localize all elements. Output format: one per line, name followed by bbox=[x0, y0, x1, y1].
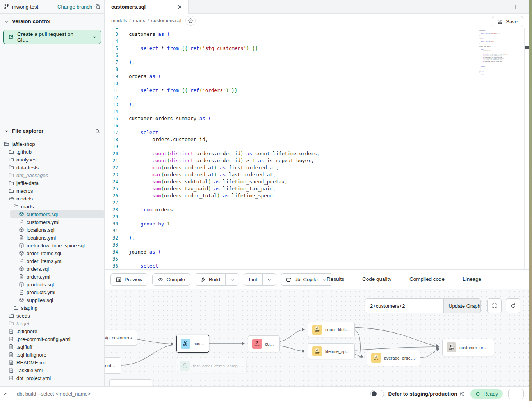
compass-icon[interactable] bbox=[185, 16, 196, 26]
refresh-button[interactable] bbox=[506, 298, 520, 313]
code-line-18[interactable]: 18 orders.customer_id, bbox=[105, 136, 524, 143]
tree-item-data-tests[interactable]: data-tests bbox=[0, 163, 104, 171]
tree-item-products-yml[interactable]: products.yml bbox=[0, 288, 104, 296]
tree-item-products-sql[interactable]: products.sql bbox=[0, 280, 104, 288]
code-line-15[interactable]: 15customer_orders_summary as ( bbox=[105, 115, 524, 122]
tree-item--github[interactable]: .github bbox=[0, 148, 104, 156]
code-line-27[interactable]: 27 bbox=[105, 199, 524, 206]
expand-command-bar[interactable] bbox=[0, 387, 12, 401]
fullscreen-button[interactable] bbox=[487, 298, 502, 313]
code-line-19[interactable]: 19 bbox=[105, 143, 524, 150]
tree-item-models[interactable]: models bbox=[0, 195, 104, 202]
version-control-header[interactable]: Version control bbox=[0, 14, 104, 27]
preview-button[interactable]: Preview bbox=[110, 273, 148, 286]
tree-item-staging[interactable]: staging bbox=[0, 304, 104, 312]
lineage-node-test[interactable]: TST test_order_items_compute_to_bools... bbox=[176, 358, 247, 373]
tree-item-macros[interactable]: macros bbox=[0, 187, 104, 195]
code-line-36[interactable]: 36 select bbox=[105, 263, 524, 269]
lineage-node-count-lifetime-orders[interactable]: MET count_lifetime_orders bbox=[308, 322, 355, 337]
code-line-7[interactable]: 7), bbox=[105, 59, 524, 66]
code-line-35[interactable]: 35 bbox=[105, 256, 524, 263]
tree-item-marts[interactable]: marts bbox=[0, 202, 104, 210]
command-input[interactable]: dbt build --select <model_name> bbox=[17, 391, 370, 397]
new-tab-button[interactable] bbox=[508, 0, 522, 14]
code-line-32[interactable]: 32), bbox=[105, 234, 524, 241]
code-line-11[interactable]: 11 select * from {{ ref('orders') }} bbox=[105, 87, 524, 94]
file-explorer-header[interactable]: File explorer bbox=[0, 124, 104, 137]
defer-toggle[interactable] bbox=[370, 390, 384, 397]
code-line-16[interactable]: 16 bbox=[105, 122, 524, 129]
build-dropdown[interactable] bbox=[225, 274, 239, 285]
code-line-3[interactable]: 3customers as ( bbox=[105, 31, 524, 38]
code-line-13[interactable]: 13), bbox=[105, 101, 524, 108]
tree-item--gitignore[interactable]: .gitignore bbox=[0, 327, 104, 335]
lineage-node-orders[interactable]: orders bbox=[105, 357, 121, 374]
code-line-34[interactable]: 34joined as ( bbox=[105, 248, 524, 256]
tree-item-orders-yml[interactable]: orders.yml bbox=[0, 273, 104, 280]
build-button[interactable]: Build bbox=[195, 274, 225, 285]
lint-button[interactable]: Lint bbox=[244, 274, 262, 285]
breadcrumb-models[interactable]: models bbox=[111, 18, 127, 23]
change-branch-link[interactable]: Change branch bbox=[57, 4, 92, 10]
tree-item-readme-md[interactable]: README.md bbox=[0, 358, 104, 366]
code-line-14[interactable]: 14 bbox=[105, 108, 524, 115]
code-line-2[interactable]: 2 bbox=[105, 28, 524, 31]
tab-customers-sql[interactable]: customers.sql bbox=[105, 0, 189, 14]
tree-item-locations-yml[interactable]: locations.yml bbox=[0, 234, 104, 241]
code-line-31[interactable]: 31 bbox=[105, 227, 524, 234]
code-line-21[interactable]: 21 count(distinct orders.order_id) > 1 a… bbox=[105, 157, 524, 164]
code-line-17[interactable]: 17 select bbox=[105, 129, 524, 136]
more-options-button[interactable] bbox=[508, 389, 524, 399]
code-line-10[interactable]: 10 bbox=[105, 80, 524, 87]
tree-item-seeds[interactable]: seeds bbox=[0, 312, 104, 319]
lineage-search-input[interactable] bbox=[365, 299, 443, 313]
code-line-6[interactable]: 6 bbox=[105, 52, 524, 59]
code-line-25[interactable]: 25 sum(orders.tax_paid) as lifetime_tax_… bbox=[105, 185, 524, 192]
tree-item-customers-sql[interactable]: customers.sql bbox=[10, 210, 104, 218]
tab-results[interactable]: Results bbox=[325, 270, 346, 290]
tree-item-dbt-project-yml[interactable]: dbt_project.yml bbox=[0, 374, 104, 382]
close-icon[interactable] bbox=[177, 4, 183, 10]
code-line-28[interactable]: 28 from orders bbox=[105, 206, 524, 213]
tree-item-orders-sql[interactable]: orders.sql bbox=[0, 265, 104, 273]
copy-icon[interactable] bbox=[95, 4, 100, 9]
editor-minimap[interactable]: 2 3customers as (4 5 select * from {{ re… bbox=[479, 29, 511, 78]
tree-item--sqlfluff[interactable]: .sqlfluff bbox=[0, 343, 104, 351]
code-line-22[interactable]: 22 min(orders.ordered_at) as first_order… bbox=[105, 164, 524, 171]
search-icon[interactable] bbox=[95, 128, 100, 134]
create-pr-button[interactable]: Create a pull request on Git... bbox=[3, 30, 101, 44]
create-pr-dropdown[interactable] bbox=[88, 30, 101, 44]
breadcrumb-marts[interactable]: marts bbox=[133, 18, 145, 23]
tree-item-supplies-sql[interactable]: supplies.sql bbox=[0, 296, 104, 304]
tree-item-locations-sql[interactable]: locations.sql bbox=[0, 226, 104, 234]
code-line-4[interactable]: 4 bbox=[105, 38, 524, 45]
code-line-8[interactable]: 8 bbox=[105, 66, 524, 73]
compile-button[interactable]: Compile bbox=[152, 273, 190, 286]
tree-item-target[interactable]: target bbox=[0, 319, 104, 327]
lineage-node-customers-model[interactable]: MDL customers bbox=[176, 335, 209, 353]
tab-lineage[interactable]: Lineage bbox=[461, 270, 483, 290]
lint-dropdown[interactable] bbox=[262, 274, 276, 285]
code-line-20[interactable]: 20 count(distinct orders.order_id) as co… bbox=[105, 150, 524, 157]
editor-scrollbar[interactable] bbox=[524, 28, 529, 269]
code-line-9[interactable]: 9orders as ( bbox=[105, 73, 524, 80]
lineage-node-partial[interactable] bbox=[109, 379, 152, 386]
tree-item-order-items-yml[interactable]: order_items.yml bbox=[0, 257, 104, 265]
tree-item-metricflow-time-spine-sql[interactable]: metricflow_time_spine.sql bbox=[0, 241, 104, 249]
lineage-node-customer-order-metrics[interactable]: QRY customer_order_metrics bbox=[442, 339, 494, 356]
code-line-33[interactable]: 33 bbox=[105, 241, 524, 248]
tree-item-customers-yml[interactable]: customers.yml bbox=[0, 218, 104, 226]
update-graph-button[interactable]: Update Graph bbox=[443, 299, 481, 313]
code-line-29[interactable]: 29 bbox=[105, 213, 524, 220]
tree-item-jaffle-shop[interactable]: jaffle-shop bbox=[0, 140, 104, 148]
code-line-30[interactable]: 30 group by 1 bbox=[105, 220, 524, 227]
scrollbar-thumb[interactable] bbox=[525, 46, 529, 49]
code-line-5[interactable]: 5 select * from {{ ref('stg_customers') … bbox=[105, 45, 524, 52]
tree-item--pre-commit-config-yaml[interactable]: .pre-commit-config.yaml bbox=[0, 335, 104, 343]
tree-item-analyses[interactable]: analyses bbox=[0, 156, 104, 163]
code-line-24[interactable]: 24 sum(orders.subtotal) as lifetime_spen… bbox=[105, 178, 524, 185]
save-button[interactable]: Save bbox=[492, 16, 523, 27]
lineage-node-average-order-value[interactable]: MET average_order_value bbox=[367, 350, 420, 366]
tab-code-quality[interactable]: Code quality bbox=[361, 270, 393, 290]
lineage-node-customers-semantic[interactable]: SEM customers bbox=[248, 335, 280, 352]
